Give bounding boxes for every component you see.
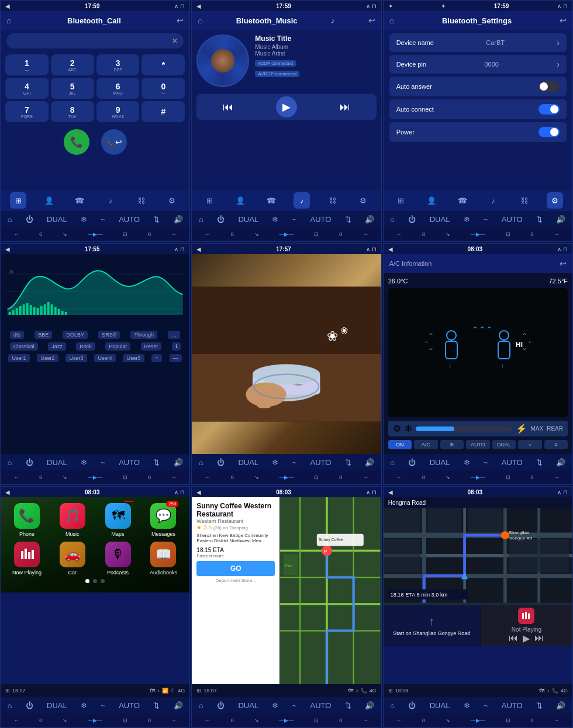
eq-user3[interactable]: User3 xyxy=(65,354,87,362)
temp-bn-p8[interactable]: ⇅ xyxy=(345,701,351,710)
fan-bn-p5[interactable]: ~ xyxy=(292,458,297,467)
play-button[interactable]: ▶ xyxy=(276,96,297,117)
eq-dts[interactable]: dts xyxy=(10,331,24,339)
ac-bn-p2[interactable]: ❄ xyxy=(272,215,278,224)
fan-bn-p9[interactable]: ~ xyxy=(484,701,488,710)
tab-settings[interactable]: ⚙ xyxy=(164,192,180,209)
app-maps[interactable]: 🗺 Maps xyxy=(98,503,139,537)
ac-bn-p7[interactable]: ❄ xyxy=(81,701,87,710)
power-bn-p2[interactable]: ⏻ xyxy=(217,215,225,224)
tab-phone[interactable]: ☎ xyxy=(71,192,88,209)
fan-speed-icon[interactable]: ⚡ xyxy=(516,423,527,434)
ac-bn-p9[interactable]: ❄ xyxy=(464,701,470,710)
music-p8[interactable]: ♪ xyxy=(355,688,358,694)
key-4[interactable]: 4GHI xyxy=(5,78,49,99)
vol-bn-p2[interactable]: 🔊 xyxy=(365,215,374,224)
vol-bn-p8[interactable]: 🔊 xyxy=(365,701,374,710)
search-bar[interactable]: ✕ xyxy=(6,33,184,48)
key-0[interactable]: 0— xyxy=(141,78,185,99)
tab-link-p3[interactable]: ⛓ xyxy=(516,192,532,209)
eq-reset[interactable]: Reset xyxy=(141,342,162,351)
fan-bn-p7[interactable]: ~ xyxy=(101,701,105,710)
tab-phone-p3[interactable]: ☎ xyxy=(454,192,471,209)
temp-bn-p1[interactable]: ⇅ xyxy=(153,215,160,224)
back-icon-p1[interactable]: ◀ xyxy=(5,3,10,9)
phone-p9[interactable]: 📞 xyxy=(552,688,558,694)
fan-bn-p1[interactable]: ~ xyxy=(101,215,105,224)
eq-rock[interactable]: Rock xyxy=(76,342,95,351)
home-bn-p4[interactable]: ⌂ xyxy=(8,458,12,467)
auto-answer-toggle[interactable] xyxy=(539,81,560,92)
app-podcasts[interactable]: 🎙 Podcasts xyxy=(98,542,139,576)
app-car[interactable]: 🚗 Car xyxy=(52,542,93,576)
back-icon-p2[interactable]: ◀ xyxy=(196,3,201,9)
tab-settings-p3[interactable]: ⚙ xyxy=(547,192,563,209)
call-button[interactable]: 📞 xyxy=(64,129,89,155)
key-5[interactable]: 5JKL xyxy=(51,78,94,99)
back-btn-p6[interactable]: ↩ xyxy=(560,259,567,268)
back-icon-p6[interactable]: ◀ xyxy=(388,246,393,252)
key-7[interactable]: 7PQRS xyxy=(5,101,49,122)
ac-bn-p3[interactable]: ❄ xyxy=(464,215,470,224)
home-bn-p5[interactable]: ⌂ xyxy=(199,458,203,467)
home-bn-p3[interactable]: ⌂ xyxy=(390,215,395,224)
ac-bn-p1[interactable]: ❄ xyxy=(81,215,87,224)
temp-bn-p9[interactable]: ⇅ xyxy=(536,701,543,710)
fan-icon-p6[interactable]: ❄ xyxy=(405,423,412,434)
video-content[interactable]: 🍃 ~tea~ ❀ ❀ xyxy=(192,254,381,454)
app-audiobooks[interactable]: 📖 Audiobooks xyxy=(143,542,184,576)
temp-bn-p3[interactable]: ⇅ xyxy=(536,215,543,224)
redial-button[interactable]: 📞↩ xyxy=(101,129,127,155)
key-2[interactable]: 2ABC xyxy=(51,54,94,75)
eq-dolby[interactable]: DOLBY xyxy=(63,331,88,339)
tab-link-p2[interactable]: ⛓ xyxy=(325,192,341,209)
eq-info[interactable]: ℹ xyxy=(172,342,181,351)
power-bn-p9[interactable]: ⏻ xyxy=(408,701,416,710)
map-p8[interactable]: 🗺 xyxy=(348,688,353,694)
vol-bn-p4[interactable]: 🔊 xyxy=(174,458,183,467)
key-hash[interactable]: # xyxy=(141,101,185,122)
phone-p8[interactable]: 📞 xyxy=(361,688,367,694)
power-bn-p3[interactable]: ⏻ xyxy=(408,215,416,224)
key-1[interactable]: 1— xyxy=(5,54,49,75)
ac-dual-btn[interactable]: DUAL xyxy=(492,440,516,449)
eq-jazz[interactable]: Jazz xyxy=(48,342,66,351)
music-icon-status[interactable]: ♪ xyxy=(157,688,160,694)
fan-bn-p4[interactable]: ~ xyxy=(101,458,105,467)
ac-bn-p8[interactable]: ❄ xyxy=(272,701,278,710)
go-button[interactable]: GO xyxy=(196,561,275,576)
back-icon-p4[interactable]: ◀ xyxy=(5,246,10,252)
vol-bn-p1[interactable]: 🔊 xyxy=(174,215,183,224)
app-phone[interactable]: 📞 Phone xyxy=(6,503,47,537)
key-9[interactable]: 9WXYZ xyxy=(96,101,140,122)
prev-button[interactable]: ⏮ xyxy=(223,101,233,113)
temp-bn-p6[interactable]: ⇅ xyxy=(536,458,543,467)
fan-bn-p6[interactable]: ~ xyxy=(484,458,488,467)
tab-music-p3[interactable]: ♪ xyxy=(485,192,502,209)
power-bn-p5[interactable]: ⏻ xyxy=(217,458,225,467)
key-star[interactable]: * xyxy=(141,54,185,75)
power-toggle[interactable] xyxy=(539,127,560,137)
home-icon-p1[interactable]: ⌂ xyxy=(6,16,11,25)
eq-user1[interactable]: User1 xyxy=(8,354,29,362)
map-area[interactable]: P Sunny Coffee Park xyxy=(279,497,381,684)
back-btn-p1[interactable]: ↩ xyxy=(177,16,184,25)
clear-icon[interactable]: ✕ xyxy=(172,37,178,45)
eq-user2[interactable]: User2 xyxy=(37,354,58,362)
home-icon-p3[interactable]: ⌂ xyxy=(389,16,394,25)
tab-person-p2[interactable]: 👤 xyxy=(232,192,248,209)
app-nowplaying[interactable]: Now Playing xyxy=(6,542,47,576)
grid-icon-p9[interactable]: ⊞ xyxy=(388,688,393,694)
max-btn[interactable]: MAX xyxy=(531,425,544,432)
next-ctrl[interactable]: ⏭ xyxy=(534,633,544,644)
eq-srs[interactable]: SRS® xyxy=(98,331,120,339)
search-input[interactable] xyxy=(12,37,172,44)
home-bn-p8[interactable]: ⌂ xyxy=(199,701,203,710)
tab-link[interactable]: ⛓ xyxy=(133,192,149,209)
gear-icon-p6[interactable]: ⚙ xyxy=(393,423,401,434)
vol-bn-p6[interactable]: 🔊 xyxy=(556,458,565,467)
tab-person[interactable]: 👤 xyxy=(41,192,57,209)
power-bn-p4[interactable]: ⏻ xyxy=(26,458,33,467)
vol-bn-p7[interactable]: 🔊 xyxy=(174,701,183,710)
eq-through[interactable]: Through xyxy=(130,331,157,339)
